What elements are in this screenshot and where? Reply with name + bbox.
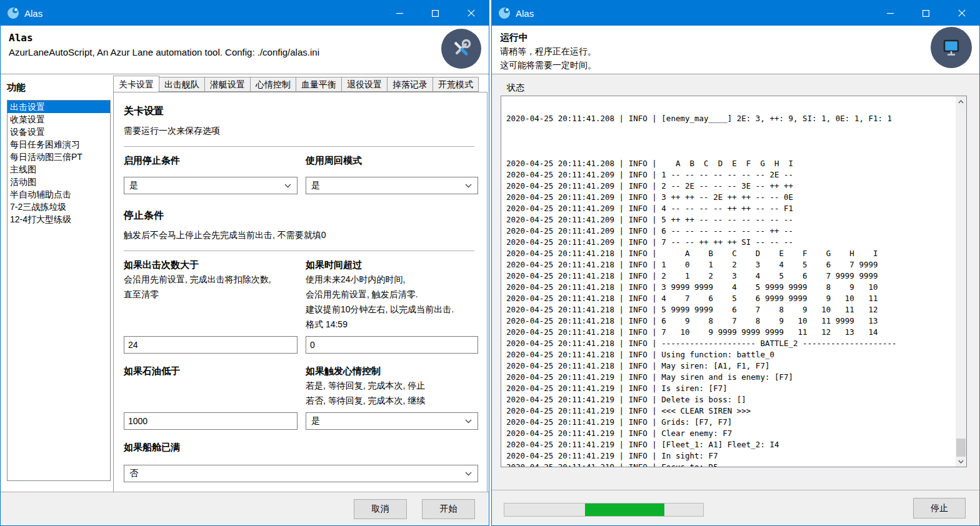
tab[interactable]: 开荒模式 (433, 77, 479, 92)
tab[interactable]: 潜艇设置 (205, 77, 251, 92)
run-status-line1: 请稍等，程序正在运行。 (500, 46, 979, 57)
sidebar-item[interactable]: 7-2三战拣垃圾 (8, 201, 110, 213)
sidebar-item[interactable]: 半自动辅助点击 (8, 188, 110, 201)
scrollbar-thumb[interactable] (956, 439, 966, 457)
log-line: 2020-04-25 20:11:41.218 | INFO | 5 9999 … (506, 304, 956, 315)
maximize-button[interactable] (908, 1, 944, 26)
alas-logo-icon (498, 7, 511, 19)
log-line: 2020-04-25 20:11:41.218 | INFO | 2 1 2 3… (506, 270, 956, 282)
time-field: 如果时间超过 使用未来24小时内的时间, 会沿用先前设置, 触发后清零. 建议提… (306, 255, 478, 354)
selected-value: 是 (311, 180, 320, 191)
status-area: 状态 2020-04-25 20:11:41.208 | INFO | [ene… (492, 74, 979, 525)
field-label: 如果石油低于 (124, 365, 298, 377)
close-button[interactable] (944, 1, 979, 26)
tab[interactable]: 掉落记录 (388, 77, 433, 92)
log-line: 2020-04-25 20:11:41.219 | INFO | In sigh… (506, 450, 956, 462)
minimize-button[interactable] (382, 1, 418, 26)
progress-bar (504, 503, 704, 517)
field-desc: 会沿用先前设置, 完成出击将扣除次数, (124, 273, 298, 286)
log-line: 2020-04-25 20:11:41.219 | INFO | Focus t… (506, 462, 956, 467)
selected-value: 是 (129, 180, 138, 191)
log-line: 2020-04-25 20:11:41.219 | INFO | Grids: … (506, 417, 956, 428)
sidebar-item[interactable]: 每日活动图三倍PT (8, 151, 110, 163)
chevron-down-icon (284, 184, 291, 188)
dock-field: 如果船舱已满 否 (124, 437, 478, 482)
minimize-icon (396, 10, 403, 17)
emotion-select[interactable]: 是 (306, 412, 478, 430)
scrollbar[interactable] (956, 96, 966, 467)
log-line: 2020-04-25 20:11:41.218 | INFO | A B C D… (506, 248, 956, 259)
window-controls (382, 1, 489, 26)
log-line: 2020-04-25 20:11:41.208 | INFO | A B C D… (506, 158, 956, 169)
field-desc: 若否, 等待回复, 完成本次, 继续 (306, 394, 478, 407)
chevron-down-icon (958, 460, 964, 464)
sidebar-item[interactable]: 设备设置 (8, 126, 110, 138)
loop-mode-field: 使用周回模式 是 (306, 151, 478, 194)
maximize-button[interactable] (418, 1, 453, 26)
tab[interactable]: 血量平衡 (296, 77, 342, 92)
app-header: Alas AzurLaneAutoScript, An Azur Lane au… (1, 26, 489, 74)
sidebar-item[interactable]: 12-4打大型练级 (8, 213, 110, 226)
sidebar-item[interactable]: 出击设置 (8, 101, 110, 113)
log-box: 2020-04-25 20:11:41.208 | INFO | [enemy_… (501, 96, 967, 467)
log-content: 2020-04-25 20:11:41.208 | INFO | [enemy_… (501, 96, 956, 467)
tools-icon (450, 37, 472, 60)
tab[interactable]: 出击舰队 (159, 77, 205, 92)
minimize-icon (887, 10, 894, 17)
time-input[interactable] (306, 336, 478, 354)
log-line-clipped: 2020-04-25 20:11:41.208 | INFO | [enemy_… (506, 113, 956, 124)
titlebar[interactable]: Alas (492, 1, 979, 26)
emotion-field: 如果触发心情控制 若是, 等待回复, 完成本次, 停止 若否, 等待回复, 完成… (306, 361, 478, 430)
selected-value: 是 (311, 415, 320, 427)
start-button[interactable]: 开始 (422, 499, 475, 519)
app-subtitle: AzurLaneAutoScript, An Azur Lane automat… (9, 47, 489, 57)
section-heading: 停止条件 (124, 209, 474, 222)
tab[interactable]: 心情控制 (251, 77, 296, 92)
run-header: 运行中 请稍等，程序正在运行。 这可能将需要一定时间。 (492, 26, 979, 74)
scroll-up-button[interactable] (956, 96, 966, 107)
close-button[interactable] (453, 1, 489, 26)
field-label: 如果时间超过 (306, 259, 478, 271)
chevron-down-icon (465, 184, 472, 188)
sidebar-item[interactable]: 活动图 (8, 176, 110, 188)
footer: 取消 开始 (1, 492, 489, 525)
sidebar-item[interactable]: 收菜设置 (8, 113, 110, 126)
field-desc: 直至清零 (124, 288, 298, 301)
log-line: 2020-04-25 20:11:41.218 | INFO | Using f… (506, 349, 956, 360)
log-line: 2020-04-25 20:11:41.209 | INFO | 1 -- --… (506, 169, 956, 181)
log-line: 2020-04-25 20:11:41.218 | INFO | 4 7 6 5… (506, 293, 956, 304)
tab[interactable]: 关卡设置 (113, 76, 159, 92)
form-row: 如果石油低于 如果触发心情控制 若是, 等待回复, 完成本次, 停止 若否, 等… (124, 361, 474, 430)
field-desc: 若是, 等待回复, 完成本次, 停止 (306, 379, 478, 392)
dock-select[interactable]: 否 (124, 465, 478, 482)
cancel-button[interactable]: 取消 (354, 499, 407, 519)
sidebar-item[interactable]: 每日任务困难演习 (8, 138, 110, 151)
divider (124, 146, 474, 147)
titlebar[interactable]: Alas (1, 1, 489, 26)
close-icon (468, 9, 475, 17)
loop-mode-select[interactable]: 是 (306, 177, 478, 194)
field-label: 如果触发心情控制 (306, 365, 478, 377)
log-line: 2020-04-25 20:11:41.218 | INFO | -------… (506, 338, 956, 349)
log-line: 2020-04-25 20:11:41.218 | INFO | May sir… (506, 360, 956, 372)
divider (124, 251, 474, 251)
oil-input[interactable] (124, 412, 298, 430)
field-label: 如果船舱已满 (124, 442, 478, 454)
monitor-icon (940, 36, 962, 59)
field-desc: 会沿用先前设置, 触发后清零. (306, 288, 478, 301)
sidebar-item[interactable]: 主线图 (8, 163, 110, 176)
tab[interactable]: 退役设置 (342, 77, 388, 92)
log-line: 2020-04-25 20:11:41.218 | INFO | 6 9 8 7… (506, 315, 956, 327)
maximize-icon (922, 10, 929, 17)
count-input[interactable] (124, 336, 298, 354)
sidebar-heading: 功能 (7, 82, 111, 94)
enable-stop-select[interactable]: 是 (124, 177, 298, 194)
log-line: 2020-04-25 20:11:41.219 | INFO | <<< CLE… (506, 405, 956, 417)
field-label: 启用停止条件 (124, 155, 298, 167)
scroll-down-button[interactable] (956, 456, 966, 467)
stop-button[interactable]: 停止 (913, 498, 966, 519)
minimize-button[interactable] (872, 1, 908, 26)
log-line: 2020-04-25 20:11:41.209 | INFO | 3 ++ ++… (506, 192, 956, 203)
chevron-down-icon (465, 419, 472, 424)
run-footer: 停止 (492, 490, 979, 525)
